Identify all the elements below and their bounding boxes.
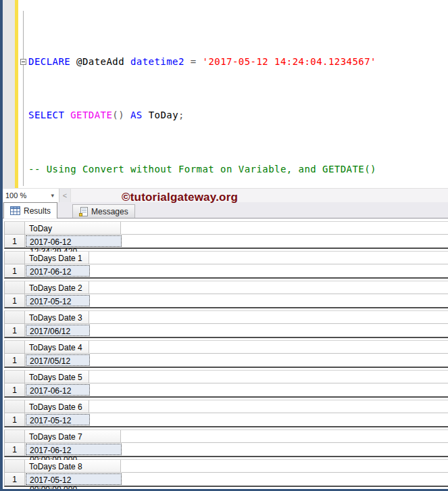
grid-header-row: ToDays Date 5 bbox=[4, 370, 448, 383]
grid-value-cell[interactable]: 2017-06-12 12:34:29.420 bbox=[26, 235, 122, 247]
tab-results-label: Results bbox=[24, 206, 51, 216]
result-grid: ToDays Date 4 1 2017/05/12 bbox=[4, 340, 448, 368]
window-left-border bbox=[0, 0, 3, 491]
code-line[interactable]: DECLARE @DateAdd datetime2 = '2017-05-12… bbox=[20, 55, 448, 69]
code-line[interactable]: -- Using Convert without Format on Varia… bbox=[20, 163, 448, 177]
grid-column-header[interactable]: ToDays Date 8 bbox=[25, 460, 121, 472]
code-area[interactable]: DECLARE @DateAdd datetime2 = '2017-05-12… bbox=[18, 0, 448, 188]
grid-corner-cell[interactable] bbox=[5, 222, 25, 234]
grid-corner-cell[interactable] bbox=[5, 430, 25, 442]
result-grid: ToDays Date 2 1 2017-05-12 bbox=[4, 281, 448, 308]
ssms-window: DECLARE @DateAdd datetime2 = '2017-05-12… bbox=[0, 0, 448, 491]
grid-data-row: 1 2017/05/12 bbox=[4, 354, 448, 368]
tab-messages[interactable]: Messages bbox=[72, 204, 135, 218]
grid-data-row: 1 2017/06/12 bbox=[4, 324, 448, 338]
grid-value-cell[interactable]: 2017-05-12 00:00:00.000 bbox=[26, 473, 122, 485]
grid-corner-cell[interactable] bbox=[5, 400, 25, 413]
grid-row-number[interactable]: 1 bbox=[5, 235, 25, 248]
grid-row-number[interactable]: 1 bbox=[5, 383, 25, 396]
chevron-down-icon[interactable]: ▾ bbox=[49, 192, 56, 199]
tab-messages-label: Messages bbox=[91, 207, 128, 216]
grid-data-row: 1 2017-05-12 bbox=[4, 294, 448, 308]
code-token: '2017-05-12 14:24:04.1234567' bbox=[203, 56, 376, 67]
code-token: GETDATE bbox=[70, 110, 112, 120]
grid-column-header[interactable]: ToDays Date 5 bbox=[25, 371, 89, 383]
grid-header-row: ToDays Date 6 bbox=[4, 400, 448, 413]
grid-value-cell[interactable]: 2017-06-12 bbox=[26, 384, 90, 396]
result-grid: ToDays Date 5 1 2017-06-12 bbox=[4, 370, 448, 398]
grid-corner-cell[interactable] bbox=[5, 460, 25, 472]
grid-row-number[interactable]: 1 bbox=[5, 473, 25, 486]
grid-corner-cell[interactable] bbox=[5, 252, 25, 264]
result-grid: ToDays Date 6 1 2017-05-12 bbox=[4, 400, 448, 427]
code-token: () bbox=[112, 110, 124, 120]
grid-data-row: 1 2017-06-12 bbox=[4, 264, 448, 279]
code-token: AS bbox=[130, 110, 143, 120]
grid-data-row: 1 2017-06-12 12:34:29.420 bbox=[4, 235, 448, 249]
code-line-text: DECLARE @DateAdd datetime2 = '2017-05-12… bbox=[28, 56, 376, 67]
grid-header-row: ToDays Date 4 bbox=[4, 340, 448, 354]
editor-zoom-control[interactable]: 100 % ▾ bbox=[3, 189, 59, 202]
grid-header-row: ToDay bbox=[4, 221, 448, 235]
watermark-text: ©tutorialgateway.org bbox=[122, 191, 238, 204]
grid-column-header[interactable]: ToDays Date 7 bbox=[25, 430, 121, 442]
zoom-level-value: 100 % bbox=[5, 191, 49, 200]
main-area: DECLARE @DateAdd datetime2 = '2017-05-12… bbox=[3, 0, 448, 491]
grid-row-number[interactable]: 1 bbox=[5, 294, 25, 307]
code-token: DECLARE bbox=[28, 56, 70, 67]
result-grid: ToDay 1 2017-06-12 12:34:29.420 bbox=[4, 221, 448, 249]
grid-header-row: ToDays Date 2 bbox=[4, 281, 448, 294]
grid-value-cell[interactable]: 2017-05-12 bbox=[26, 295, 90, 306]
results-grid-icon bbox=[10, 206, 20, 215]
code-token: @DateAdd bbox=[70, 56, 130, 67]
grid-column-header[interactable]: ToDays Date 3 bbox=[25, 311, 89, 323]
grid-data-row: 1 2017-06-12 bbox=[4, 383, 448, 398]
grid-column-header[interactable]: ToDays Date 4 bbox=[25, 341, 89, 353]
grid-column-header[interactable]: ToDays Date 2 bbox=[25, 281, 89, 294]
grid-corner-cell[interactable] bbox=[5, 311, 25, 323]
grid-row-number[interactable]: 1 bbox=[5, 324, 25, 337]
result-grid: ToDays Date 8 1 2017-05-12 00:00:00.000 bbox=[4, 459, 448, 487]
code-token: -- Using Convert without Format on Varia… bbox=[28, 164, 376, 174]
grid-value-cell[interactable]: 2017-05-12 bbox=[26, 414, 90, 425]
grid-value-cell[interactable]: 2017/06/12 bbox=[26, 325, 90, 336]
code-line-text: -- Using Convert without Format on Varia… bbox=[28, 164, 376, 174]
grid-row-number[interactable]: 1 bbox=[5, 443, 25, 456]
code-token: SELECT bbox=[28, 110, 64, 120]
hscroll-left-button[interactable]: < bbox=[59, 189, 71, 202]
grid-column-header[interactable]: ToDay bbox=[25, 222, 121, 234]
grid-header-row: ToDays Date 1 bbox=[4, 251, 448, 264]
grid-corner-cell[interactable] bbox=[5, 281, 25, 294]
grid-corner-cell[interactable] bbox=[5, 341, 25, 353]
results-pane: ToDay 1 2017-06-12 12:34:29.420 ToDays D… bbox=[3, 221, 448, 487]
result-grid: ToDays Date 7 1 2017-06-12 00:00:00.000 bbox=[4, 429, 448, 457]
grid-header-row: ToDays Date 3 bbox=[4, 310, 448, 324]
editor-gutter bbox=[3, 0, 15, 188]
results-tabstrip: Results Messages bbox=[3, 202, 448, 219]
grid-value-cell[interactable]: 2017-06-12 bbox=[26, 265, 90, 277]
code-token bbox=[64, 110, 70, 120]
grid-value-cell[interactable]: 2017/05/12 bbox=[26, 354, 90, 366]
code-token: ; bbox=[178, 110, 184, 120]
tab-results[interactable]: Results bbox=[3, 202, 57, 218]
code-token: = bbox=[184, 56, 203, 67]
result-grid: ToDays Date 1 1 2017-06-12 bbox=[4, 251, 448, 279]
collapse-region-toggle[interactable] bbox=[20, 59, 26, 65]
grid-row-number[interactable]: 1 bbox=[5, 264, 25, 277]
code-line[interactable]: SELECT GETDATE() AS ToDay; bbox=[20, 109, 448, 122]
grid-data-row: 1 2017-05-12 bbox=[4, 413, 448, 427]
grid-row-number[interactable]: 1 bbox=[5, 413, 25, 426]
code-token: datetime2 bbox=[130, 56, 184, 67]
grid-row-number[interactable]: 1 bbox=[5, 354, 25, 367]
code-line-text: SELECT GETDATE() AS ToDay; bbox=[28, 110, 184, 120]
messages-icon bbox=[79, 207, 88, 216]
grid-column-header[interactable]: ToDays Date 1 bbox=[25, 252, 89, 264]
code-outline-line bbox=[23, 11, 24, 186]
sql-editor[interactable]: DECLARE @DateAdd datetime2 = '2017-05-12… bbox=[3, 0, 448, 188]
code-token bbox=[124, 110, 130, 120]
grid-header-row: ToDays Date 7 bbox=[4, 429, 448, 443]
grid-corner-cell[interactable] bbox=[5, 371, 25, 383]
grid-value-cell[interactable]: 2017-06-12 00:00:00.000 bbox=[26, 444, 122, 455]
grid-column-header[interactable]: ToDays Date 6 bbox=[25, 400, 89, 413]
fold-slot bbox=[20, 55, 28, 69]
